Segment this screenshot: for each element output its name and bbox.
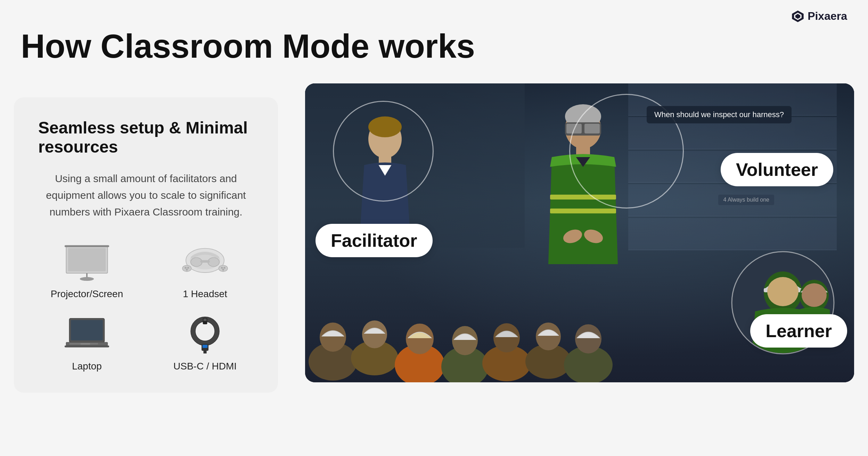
- headset-icon: [177, 241, 233, 283]
- projector-icon: [59, 241, 115, 283]
- scene-question-text: When should we inspect our harness?: [647, 106, 792, 123]
- laptop-label: Laptop: [72, 361, 102, 372]
- svg-rect-12: [200, 260, 210, 263]
- svg-point-48: [320, 323, 346, 352]
- scene-ui-hints: 4 Always build one: [718, 195, 774, 205]
- page-title: How Classroom Mode works: [21, 28, 475, 65]
- equipment-grid: Projector/Screen: [38, 241, 254, 372]
- equipment-item-usbc: USB-C / HDMI: [156, 314, 254, 372]
- logo-text: Pixaera: [808, 10, 847, 23]
- logo-area: Pixaera: [792, 10, 847, 23]
- svg-rect-25: [81, 343, 90, 345]
- svg-rect-22: [71, 320, 103, 341]
- svg-rect-44: [550, 209, 616, 213]
- svg-point-50: [362, 320, 387, 348]
- svg-point-60: [575, 324, 601, 353]
- svg-point-69: [802, 283, 827, 307]
- usbc-label: USB-C / HDMI: [173, 361, 237, 372]
- svg-rect-7: [65, 245, 109, 247]
- svg-point-15: [185, 267, 187, 269]
- svg-point-66: [767, 277, 799, 306]
- facilitator-badge: Facilitator: [316, 224, 433, 257]
- projector-label: Projector/Screen: [51, 288, 123, 300]
- equipment-item-headset: 1 Headset: [156, 241, 254, 300]
- volunteer-badge: Volunteer: [721, 153, 833, 186]
- scene-image: When should we inspect our harness? 4 Al…: [305, 83, 854, 382]
- info-card: Seamless setup & Minimal resources Using…: [14, 97, 278, 393]
- svg-point-17: [186, 269, 188, 271]
- card-description: Using a small amount of facilitators and…: [38, 170, 254, 220]
- svg-point-58: [536, 323, 561, 350]
- svg-point-18: [221, 267, 223, 269]
- laptop-icon: [59, 314, 115, 355]
- card-title: Seamless setup & Minimal resources: [38, 118, 254, 156]
- learner-badge: Learner: [750, 314, 847, 348]
- svg-point-16: [187, 267, 189, 269]
- svg-point-52: [406, 324, 434, 354]
- svg-point-6: [80, 277, 94, 281]
- svg-point-56: [493, 323, 520, 352]
- equipment-item-laptop: Laptop: [38, 314, 136, 372]
- usbc-icon: [177, 314, 233, 355]
- svg-rect-30: [203, 319, 206, 321]
- equipment-item-projector: Projector/Screen: [38, 241, 136, 300]
- pixaera-logo-icon: [792, 10, 804, 23]
- svg-point-20: [222, 269, 224, 271]
- scene-panel: When should we inspect our harness? 4 Al…: [305, 83, 854, 382]
- svg-rect-4: [68, 248, 106, 271]
- headset-label: 1 Headset: [183, 288, 227, 300]
- svg-point-19: [223, 267, 226, 269]
- svg-point-54: [452, 326, 478, 355]
- facilitator-circle: [333, 101, 434, 202]
- svg-rect-26: [65, 345, 109, 348]
- svg-rect-32: [203, 345, 208, 348]
